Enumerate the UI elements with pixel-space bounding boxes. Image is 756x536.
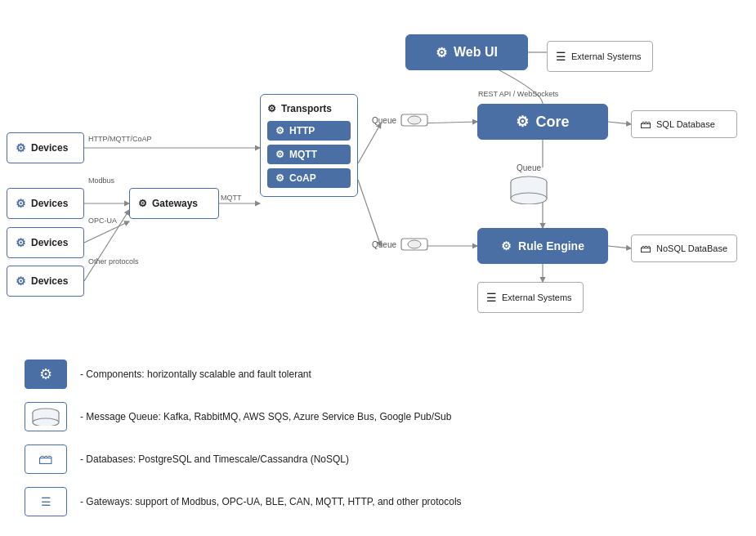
transport-http: ⚙ HTTP: [267, 121, 351, 141]
svg-line-9: [608, 122, 631, 124]
ext-systems-icon-bottom: ☰: [486, 291, 497, 304]
ext-systems-icon-top: ☰: [556, 50, 566, 63]
device-box-2: ⚙ Devices: [7, 188, 84, 219]
legend-text-queue: - Message Queue: Kafka, RabbitMQ, AWS SQ…: [80, 411, 451, 422]
queue-1: Queue: [372, 111, 429, 129]
queue-cylinder-1: [400, 111, 429, 129]
legend-icon-databases: 🗃: [25, 444, 67, 474]
legend-item-gateways: ☰ - Gateways: support of Modbus, OPC-UA,…: [25, 487, 731, 516]
svg-line-10: [608, 246, 631, 248]
label-modbus: Modbus: [88, 176, 114, 185]
gear-icon-webui: ⚙: [436, 45, 447, 60]
gear-icon-2: ⚙: [16, 197, 26, 210]
gear-icon-http: ⚙: [275, 125, 284, 136]
transport-mqtt: ⚙ MQTT: [267, 145, 351, 164]
device-label-2: Devices: [31, 198, 68, 209]
inner-queue: Queue: [508, 163, 549, 204]
transports-panel: ⚙ Transports ⚙ HTTP ⚙ MQTT ⚙ CoAP: [260, 94, 358, 197]
legend: ⚙ - Components: horizontally scalable an…: [0, 351, 756, 536]
svg-point-28: [33, 418, 59, 426]
gear-icon-4: ⚙: [16, 275, 26, 288]
db-icon-legend: 🗃: [38, 451, 53, 468]
gear-icon-gw: ⚙: [138, 198, 147, 209]
gear-icon-core: ⚙: [516, 113, 529, 131]
rule-engine-box: ⚙ Rule Engine: [477, 228, 608, 264]
legend-icon-components: ⚙: [25, 360, 67, 389]
ext-systems-label-top: External Systems: [571, 51, 642, 61]
device-box-1: ⚙ Devices: [7, 132, 84, 163]
legend-icon-gateways: ☰: [25, 487, 67, 516]
gear-icon-rule: ⚙: [501, 239, 512, 252]
legend-icon-queue: [25, 402, 67, 431]
sql-db-label: SQL Database: [656, 119, 715, 129]
queue-2: Queue: [372, 235, 429, 253]
svg-point-18: [408, 240, 421, 248]
legend-item-databases: 🗃 - Databases: PostgreSQL and Timescale/…: [25, 444, 731, 474]
legend-text-gateways: - Gateways: support of Modbus, OPC-UA, B…: [80, 496, 462, 507]
inner-queue-cylinder: [508, 176, 549, 204]
gateway-label: Gateways: [152, 198, 198, 209]
db-icon-sql: 🗃: [640, 118, 651, 131]
device-label-1: Devices: [31, 142, 68, 154]
gear-icon-legend: ⚙: [39, 365, 52, 383]
sql-db-box: 🗃 SQL Database: [631, 110, 737, 138]
ext-systems-bottom: ☰ External Systems: [477, 282, 584, 313]
gateway-box: ⚙ Gateways: [129, 188, 219, 219]
core-label: Core: [535, 114, 569, 131]
core-box: ⚙ Core: [477, 104, 608, 140]
gear-icon-1: ⚙: [16, 141, 26, 154]
svg-point-16: [408, 116, 421, 124]
db-icon-nosql: 🗃: [640, 242, 651, 255]
ext-systems-top: ☰ External Systems: [547, 41, 653, 72]
label-http: HTTP/MQTT/CoAP: [88, 135, 152, 143]
transports-title: ⚙ Transports: [267, 103, 351, 114]
svg-line-5: [358, 123, 381, 163]
legend-text-databases: - Databases: PostgreSQL and Timescale/Ca…: [80, 453, 349, 465]
webui-box: ⚙ Web UI: [405, 34, 528, 70]
diagram: ⚙ Devices ⚙ Devices ⚙ Devices ⚙ Devices …: [0, 0, 756, 343]
label-mqtt-gw: MQTT: [221, 194, 242, 202]
svg-point-23: [511, 193, 547, 204]
device-box-4: ⚙ Devices: [7, 266, 84, 297]
transport-coap: ⚙ CoAP: [267, 168, 351, 188]
gateway-icon-legend: ☰: [41, 495, 51, 508]
rule-engine-label: Rule Engine: [518, 239, 584, 252]
nosql-db-label: NoSQL DataBase: [656, 243, 727, 253]
device-box-3: ⚙ Devices: [7, 227, 84, 258]
label-other: Other protocols: [88, 257, 139, 266]
device-label-3: Devices: [31, 237, 68, 248]
queue-legend-svg: [30, 408, 61, 426]
gear-icon-mqtt: ⚙: [275, 149, 284, 160]
queue-cylinder-2: [400, 235, 429, 253]
nosql-db-box: 🗃 NoSQL DataBase: [631, 234, 737, 262]
device-label-4: Devices: [31, 275, 68, 287]
gear-icon-3: ⚙: [16, 236, 26, 249]
webui-label: Web UI: [454, 45, 498, 60]
label-opcua: OPC-UA: [88, 217, 117, 225]
gear-icon-coap: ⚙: [275, 172, 284, 184]
ext-systems-label-bottom: External Systems: [502, 293, 572, 302]
label-rest-api: REST API / WebSockets: [478, 90, 558, 98]
legend-text-components: - Components: horizontally scalable and …: [80, 368, 311, 380]
gear-icon-transport: ⚙: [267, 103, 276, 114]
legend-item-components: ⚙ - Components: horizontally scalable an…: [25, 360, 731, 389]
legend-item-queue: - Message Queue: Kafka, RabbitMQ, AWS SQ…: [25, 402, 731, 431]
